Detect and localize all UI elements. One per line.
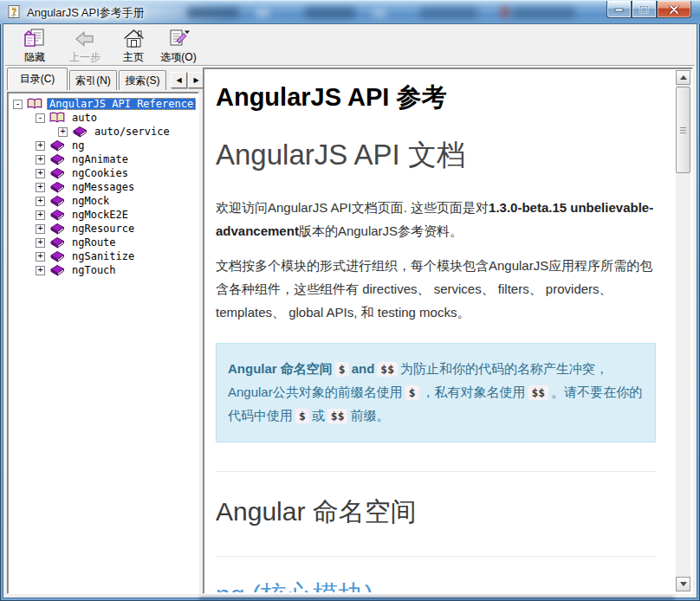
- expand-icon[interactable]: +: [58, 127, 68, 137]
- expand-icon[interactable]: +: [36, 238, 45, 248]
- closed-book-icon: [49, 209, 65, 221]
- infobox-text: 或: [312, 408, 325, 423]
- tree-item-label[interactable]: ngTouch: [69, 264, 119, 276]
- hide-label: 隐藏: [24, 50, 45, 65]
- minimize-button[interactable]: [606, 1, 632, 18]
- tree-item-label[interactable]: ngSanitize: [69, 250, 137, 262]
- closed-book-icon: [49, 139, 65, 152]
- tree-item[interactable]: + ngRoute: [8, 236, 198, 249]
- code-dollar: $: [295, 409, 309, 423]
- scroll-up-button[interactable]: [676, 70, 690, 85]
- welcome-text: 欢迎访问AngularJS API文档页面. 这些页面是对: [216, 200, 489, 215]
- back-label: 上一步: [69, 50, 100, 65]
- infobox-text: ，私有对象名使用: [422, 385, 526, 399]
- app-window: ? AngularJS API参考手册: [0, 0, 700, 601]
- thumb-grip-icon: [680, 127, 686, 134]
- window-title: AngularJS API参考手册: [27, 5, 145, 21]
- tree-item[interactable]: + ngMessages: [8, 180, 198, 194]
- expand-icon[interactable]: +: [36, 252, 45, 262]
- expand-icon[interactable]: +: [36, 224, 45, 234]
- svg-text:?: ?: [12, 5, 17, 16]
- options-label: 选项(O): [160, 50, 196, 65]
- tree-item-label[interactable]: ngAnimate: [69, 153, 131, 165]
- expand-icon[interactable]: +: [36, 141, 45, 151]
- expand-icon[interactable]: +: [36, 210, 45, 220]
- contents-tree: - AngularJS API Reference - auto + auto/…: [7, 92, 199, 594]
- scroll-down-button[interactable]: [676, 577, 690, 591]
- expand-icon[interactable]: +: [36, 266, 45, 275]
- tree-item[interactable]: + ngResource: [8, 222, 198, 236]
- tab-search[interactable]: 搜索(S): [119, 70, 166, 90]
- close-button[interactable]: [657, 1, 691, 18]
- client-area: 隐藏 上一步 主页: [3, 24, 697, 598]
- ng-module-heading[interactable]: ng (核心模块): [216, 578, 656, 592]
- collapse-icon[interactable]: -: [13, 100, 23, 109]
- collapse-icon[interactable]: -: [36, 113, 45, 123]
- divider: [216, 556, 656, 557]
- title-bar[interactable]: ? AngularJS API参考手册: [0, 0, 700, 24]
- home-icon: [122, 27, 146, 50]
- closed-book-icon: [49, 153, 65, 165]
- open-book-icon: [27, 98, 42, 110]
- tree-item-label[interactable]: ngResource: [69, 223, 137, 235]
- tree-item-label[interactable]: auto: [69, 112, 100, 124]
- back-button[interactable]: 上一步: [61, 27, 109, 65]
- back-arrow-icon: [74, 27, 96, 50]
- scrollbar-thumb[interactable]: [676, 87, 690, 173]
- expand-icon[interactable]: +: [36, 183, 45, 192]
- closed-book-icon: [49, 167, 65, 179]
- vertical-scrollbar[interactable]: [676, 70, 690, 591]
- expand-icon[interactable]: +: [36, 197, 45, 206]
- tree-item[interactable]: + auto/service: [8, 125, 198, 139]
- closed-book-icon: [49, 223, 65, 235]
- page-subtitle: AngularJS API 文档: [216, 136, 656, 175]
- aero-blur-blob: [501, 8, 509, 16]
- closed-book-icon: [49, 181, 65, 193]
- infobox-text: 前缀。: [350, 408, 389, 423]
- tree-item[interactable]: + ngTouch: [8, 263, 198, 277]
- tree-item-label[interactable]: ngMock: [69, 195, 112, 207]
- aero-blur-blob: [187, 8, 239, 18]
- maximize-button[interactable]: [632, 1, 657, 18]
- tree-item-label[interactable]: ngMockE2E: [69, 209, 131, 221]
- tree-item-label[interactable]: AngularJS API Reference: [47, 98, 196, 110]
- tab-index[interactable]: 索引(N): [69, 70, 117, 90]
- aero-blur-blob: [420, 8, 477, 18]
- aero-blur-blob: [256, 10, 269, 16]
- hide-icon: [23, 27, 47, 50]
- code-dollar: $: [405, 385, 419, 400]
- tree-item[interactable]: + ngMock: [8, 194, 198, 208]
- tree-item[interactable]: + ngSanitize: [8, 249, 198, 263]
- namespace-heading: Angular 命名空间: [216, 494, 656, 530]
- down-arrow-icon: [680, 582, 687, 586]
- closed-book-icon: [49, 195, 65, 207]
- code-double-dollar: $$: [327, 409, 348, 423]
- aero-blur-blob: [513, 8, 575, 18]
- tree-item[interactable]: + ngAnimate: [8, 152, 198, 166]
- code-double-dollar: $$: [528, 385, 549, 400]
- hide-button[interactable]: 隐藏: [12, 27, 57, 65]
- options-button[interactable]: 选项(O): [156, 27, 201, 65]
- tab-contents[interactable]: 目录(C): [7, 68, 68, 90]
- welcome-paragraph: 欢迎访问AngularJS API文档页面. 这些页面是对1.3.0-beta.…: [216, 196, 656, 242]
- tree-item-label[interactable]: ngRoute: [69, 236, 119, 249]
- infobox-bold: Angular 命名空间: [228, 361, 333, 376]
- tree-item[interactable]: + ng: [8, 139, 198, 152]
- tree-item[interactable]: - AngularJS API Reference: [8, 97, 198, 111]
- expand-icon[interactable]: +: [36, 169, 45, 178]
- expand-icon[interactable]: +: [36, 155, 45, 165]
- topic-content: AngularJS API 参考 AngularJS API 文档 欢迎访问An…: [205, 70, 675, 592]
- tab-scroll-left-button[interactable]: ◀: [171, 72, 187, 88]
- tree-item[interactable]: + ngMockE2E: [8, 208, 198, 222]
- open-book-icon: [49, 112, 65, 124]
- tree-item-label[interactable]: auto/service: [92, 126, 172, 138]
- tree-item-label[interactable]: ng: [69, 139, 87, 152]
- tree-item[interactable]: - auto: [8, 111, 198, 125]
- tree-item[interactable]: + ngCookies: [8, 166, 198, 180]
- tree-item-label[interactable]: ngMessages: [69, 181, 137, 193]
- page-title: AngularJS API 参考: [216, 81, 656, 115]
- divider: [216, 471, 656, 472]
- home-button[interactable]: 主页: [114, 27, 152, 65]
- aero-blur-blob: [373, 10, 386, 16]
- tree-item-label[interactable]: ngCookies: [69, 167, 131, 179]
